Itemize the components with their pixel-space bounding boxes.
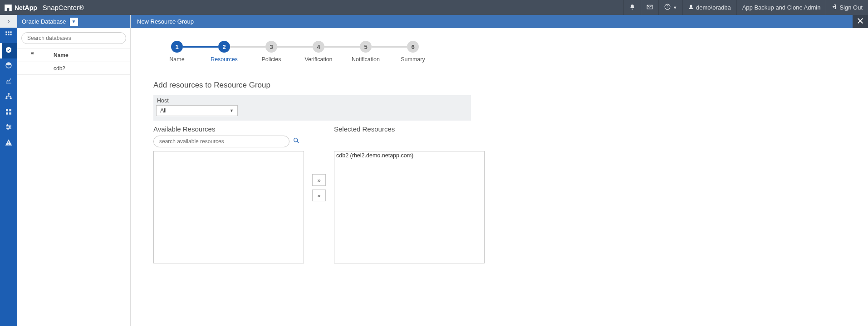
search-icon[interactable] [293, 137, 299, 146]
selected-column: Selected Resources cdb2 (rhel2.demo.neta… [334, 125, 485, 263]
move-right-button[interactable]: » [312, 174, 326, 186]
svg-rect-12 [10, 97, 12, 99]
available-search-input[interactable] [153, 136, 289, 147]
step-label: Name [169, 56, 184, 63]
rail-alerts[interactable] [0, 136, 17, 151]
step-number: 2 [218, 41, 230, 53]
plugin-label: Oracle Database [22, 18, 66, 25]
warning-icon [5, 139, 12, 148]
rail-expand-button[interactable] [0, 15, 17, 28]
svg-point-22 [294, 138, 298, 142]
move-left-button[interactable]: « [312, 190, 326, 201]
rail-settings[interactable] [0, 120, 17, 136]
available-title: Available Resources [153, 125, 304, 133]
database-search-wrap [17, 28, 130, 49]
step-label: Verification [304, 56, 332, 63]
host-filter-bar: Host All ▼ [153, 95, 471, 121]
wizard-step-verification[interactable]: 4 Verification [295, 41, 342, 63]
app-header: NetApp SnapCenter® ? ▼ demo\oradba App B… [0, 0, 868, 15]
mail-icon [647, 4, 653, 11]
notifications-button[interactable] [623, 0, 641, 15]
sitemap-icon [5, 92, 12, 102]
chevron-right-icon [6, 17, 11, 25]
svg-point-2 [690, 5, 692, 7]
svg-rect-11 [5, 97, 7, 99]
wizard-step-notification[interactable]: 5 Notification [342, 41, 389, 63]
svg-point-19 [7, 128, 9, 130]
caret-down-icon: ▼ [72, 19, 76, 24]
content-title: New Resource Group [137, 18, 194, 25]
messages-button[interactable] [641, 0, 658, 15]
close-icon [857, 17, 864, 26]
user-menu[interactable]: demo\oradba [682, 0, 736, 15]
plugin-dropdown-button[interactable]: ▼ [70, 18, 78, 26]
step-label: Summary [401, 56, 425, 63]
flag-icon[interactable] [30, 52, 35, 58]
rail-reports[interactable] [0, 74, 17, 89]
step-label: Notification [352, 56, 380, 63]
svg-rect-20 [8, 141, 9, 143]
caret-down-icon: ▼ [230, 108, 234, 113]
transfer-buttons: » « [312, 174, 326, 201]
bell-icon [629, 4, 635, 11]
sort-icon[interactable] [22, 52, 27, 58]
section-title: Add resources to Resource Group [153, 81, 845, 90]
content-header: New Resource Group [131, 15, 868, 28]
grid-icon [5, 31, 12, 40]
available-listbox[interactable] [153, 151, 304, 263]
close-panel-button[interactable] [853, 15, 868, 28]
plugin-selector-header: Oracle Database ▼ [17, 15, 130, 28]
svg-text:?: ? [667, 5, 669, 9]
sign-out-icon [832, 4, 837, 11]
step-number: 5 [360, 41, 372, 53]
netapp-logo-icon [5, 5, 12, 11]
role-label-area[interactable]: App Backup and Clone Admin [736, 0, 826, 15]
database-row[interactable]: cdb2 [17, 62, 130, 75]
svg-rect-15 [6, 112, 8, 115]
shield-check-icon [5, 46, 12, 55]
wizard-step-name[interactable]: 1 Name [153, 41, 201, 63]
host-selected-value: All [160, 107, 167, 114]
sliders-icon [5, 123, 12, 132]
rail-resources[interactable] [0, 43, 17, 58]
database-search-input[interactable] [21, 32, 126, 44]
svg-rect-21 [8, 144, 9, 144]
step-label: Policies [261, 56, 281, 63]
sign-out-label: Sign Out [839, 4, 863, 11]
username-label: demo\oradba [696, 4, 731, 11]
selected-item[interactable]: cdb2 (rhel2.demo.netapp.com) [334, 151, 484, 160]
step-label: Resources [211, 56, 238, 63]
rail-storage[interactable] [0, 105, 17, 120]
step-number: 1 [171, 41, 183, 53]
selected-listbox[interactable]: cdb2 (rhel2.demo.netapp.com) [334, 151, 485, 263]
svg-rect-13 [6, 109, 8, 112]
svg-point-18 [9, 127, 10, 128]
storage-icon [5, 108, 12, 117]
product-name: SnapCenter® [43, 4, 84, 11]
brand: NetApp SnapCenter® [0, 4, 84, 11]
svg-rect-5 [10, 31, 11, 33]
svg-rect-7 [8, 34, 9, 35]
help-menu[interactable]: ? ▼ [658, 0, 682, 15]
svg-rect-14 [9, 109, 11, 112]
step-number: 4 [313, 41, 324, 53]
sign-out-button[interactable]: Sign Out [826, 0, 868, 15]
selected-title: Selected Resources [334, 125, 485, 133]
database-row-name: cdb2 [48, 65, 65, 72]
wizard-step-resources[interactable]: 2 Resources [201, 41, 248, 63]
rail-monitor[interactable] [0, 58, 17, 74]
host-label: Host [157, 97, 468, 104]
caret-down-icon: ▼ [673, 5, 677, 10]
wizard-steps: 1 Name 2 Resources 3 Policies 4 Verifica… [153, 41, 845, 63]
available-column: Available Resources [153, 125, 304, 263]
rail-dashboard[interactable] [0, 28, 17, 43]
host-select[interactable]: All ▼ [156, 105, 238, 116]
name-column-header[interactable]: Name [48, 52, 69, 58]
wizard-step-summary[interactable]: 6 Summary [389, 41, 436, 63]
wizard-step-policies[interactable]: 3 Policies [248, 41, 295, 63]
rail-hosts[interactable] [0, 89, 17, 105]
svg-rect-16 [9, 112, 11, 115]
step-number: 3 [265, 41, 277, 53]
svg-rect-4 [8, 31, 9, 33]
chart-icon [5, 77, 12, 86]
